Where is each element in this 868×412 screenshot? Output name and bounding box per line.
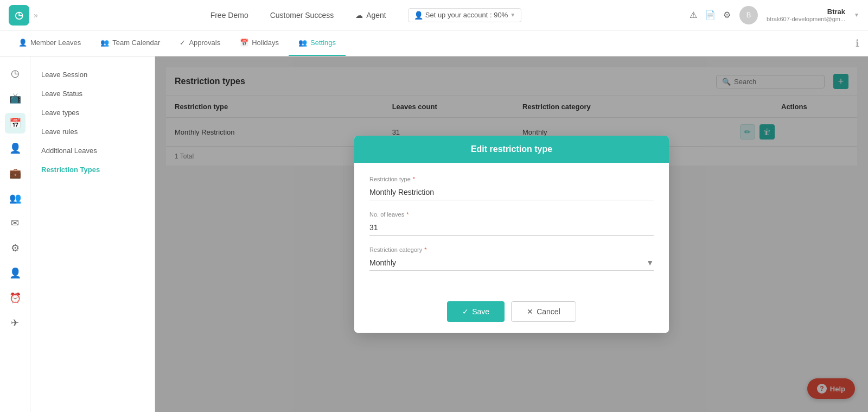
settings-nav-icon: 👥 bbox=[298, 39, 307, 47]
settings-icon[interactable]: ⚙ bbox=[723, 10, 731, 20]
sidebar-item-leave-types[interactable]: Leave types bbox=[30, 103, 155, 122]
restriction-category-select[interactable]: Monthly Weekly Daily bbox=[369, 258, 646, 267]
sidebar-icon-calendar[interactable]: 📅 bbox=[5, 113, 25, 134]
main-content: Restriction types 🔍 + Restriction type L… bbox=[155, 56, 868, 412]
sec-nav-settings[interactable]: 👥 Settings bbox=[289, 30, 346, 56]
member-leaves-icon: 👤 bbox=[18, 39, 27, 47]
sec-nav-team-calendar[interactable]: 👥 Team Calendar bbox=[91, 30, 170, 56]
checkmark-icon: ✓ bbox=[462, 307, 469, 316]
sec-nav-member-leaves[interactable]: 👤 Member Leaves bbox=[9, 30, 91, 56]
document-icon[interactable]: 📄 bbox=[705, 10, 716, 20]
user-info: Btrak btrak607-development@gm... bbox=[767, 8, 845, 22]
sidebar-item-leave-status[interactable]: Leave Status bbox=[30, 84, 155, 103]
required-star-2: * bbox=[406, 211, 409, 218]
top-nav: ◷ » Free Demo Customer Success ☁ Agent 👤… bbox=[0, 0, 868, 30]
select-arrow-icon: ▼ bbox=[646, 258, 654, 267]
restriction-type-label: Restriction type * bbox=[369, 176, 654, 182]
top-nav-customer-success[interactable]: Customer Success bbox=[270, 11, 334, 20]
setup-account-btn[interactable]: 👤 Set up your account : 90% ▼ bbox=[408, 8, 521, 22]
sidebar-icon-settings[interactable]: ⚙ bbox=[5, 238, 25, 258]
sidebar-icon-dashboard[interactable]: ◷ bbox=[5, 63, 25, 84]
modal-header: Edit restriction type bbox=[354, 136, 669, 163]
user-email: btrak607-development@gm... bbox=[767, 16, 845, 22]
required-star: * bbox=[413, 176, 415, 182]
close-icon: ✕ bbox=[527, 307, 533, 316]
top-nav-agent[interactable]: ☁ Agent bbox=[355, 11, 386, 20]
modal-overlay[interactable]: Edit restriction type Restriction type * bbox=[155, 56, 868, 412]
restriction-category-label: Restriction category * bbox=[369, 246, 654, 253]
sidebar-item-additional-leaves[interactable]: Additional Leaves bbox=[30, 141, 155, 160]
sidebar-icon-clock[interactable]: ⏰ bbox=[5, 288, 25, 308]
top-nav-right: ⚠ 📄 ⚙ B Btrak btrak607-development@gm...… bbox=[690, 6, 859, 24]
content-sidebar: Leave Session Leave Status Leave types L… bbox=[30, 56, 155, 412]
sidebar-icon-send[interactable]: ✈ bbox=[5, 313, 25, 333]
main-layout: ◷ 📺 📅 👤 💼 👥 ✉ ⚙ 👤 ⏰ ✈ Leave Session Leav… bbox=[0, 56, 868, 412]
form-group-no-of-leaves: No. of leaves * bbox=[369, 211, 654, 236]
approvals-icon: ✓ bbox=[180, 39, 186, 47]
sidebar-icon-group[interactable]: 👥 bbox=[5, 188, 25, 208]
app-logo[interactable]: ◷ bbox=[9, 5, 29, 26]
sidebar-icon-briefcase[interactable]: 💼 bbox=[5, 163, 25, 183]
no-of-leaves-input[interactable] bbox=[369, 220, 654, 236]
icon-sidebar: ◷ 📺 📅 👤 💼 👥 ✉ ⚙ 👤 ⏰ ✈ bbox=[0, 56, 30, 412]
save-button[interactable]: ✓ Save bbox=[447, 301, 505, 322]
sidebar-item-leave-session[interactable]: Leave Session bbox=[30, 65, 155, 84]
sidebar-item-leave-rules[interactable]: Leave rules bbox=[30, 122, 155, 141]
form-group-restriction-type: Restriction type * bbox=[369, 176, 654, 200]
no-of-leaves-label: No. of leaves * bbox=[369, 211, 654, 218]
top-nav-free-demo[interactable]: Free Demo bbox=[210, 11, 248, 20]
modal-footer: ✓ Save ✕ Cancel bbox=[354, 295, 669, 333]
top-nav-center: Free Demo Customer Success ☁ Agent 👤 Set… bbox=[42, 8, 690, 22]
sec-nav-approvals[interactable]: ✓ Approvals bbox=[170, 30, 230, 56]
modal-body: Restriction type * No. of leaves * bbox=[354, 163, 669, 295]
sidebar-icon-user[interactable]: 👤 bbox=[5, 138, 25, 159]
sec-nav: 👤 Member Leaves 👥 Team Calendar ✓ Approv… bbox=[0, 30, 868, 56]
cancel-button[interactable]: ✕ Cancel bbox=[511, 301, 576, 322]
user-dropdown-arrow[interactable]: ▼ bbox=[854, 12, 859, 18]
team-calendar-icon: 👥 bbox=[100, 39, 109, 47]
form-group-restriction-category: Restriction category * Monthly Weekly Da… bbox=[369, 246, 654, 271]
required-star-3: * bbox=[424, 246, 426, 253]
alert-icon[interactable]: ⚠ bbox=[690, 10, 697, 20]
modal-title: Edit restriction type bbox=[471, 144, 552, 154]
sec-nav-holidays[interactable]: 📅 Holidays bbox=[230, 30, 289, 56]
edit-modal: Edit restriction type Restriction type * bbox=[354, 136, 669, 333]
sidebar-icon-tv[interactable]: 📺 bbox=[5, 88, 25, 109]
sidebar-item-restriction-types[interactable]: Restriction Types bbox=[30, 160, 155, 179]
help-circle-icon[interactable]: ℹ bbox=[856, 37, 859, 49]
holidays-icon: 📅 bbox=[240, 39, 248, 47]
sidebar-icon-profile[interactable]: 👤 bbox=[5, 263, 25, 283]
restriction-category-select-container: Monthly Weekly Daily ▼ bbox=[369, 255, 654, 271]
avatar[interactable]: B bbox=[739, 6, 758, 24]
user-name: Btrak bbox=[827, 8, 845, 16]
nav-arrow-icon: » bbox=[34, 11, 38, 20]
restriction-type-input[interactable] bbox=[369, 185, 654, 200]
sidebar-icon-mail[interactable]: ✉ bbox=[5, 213, 25, 233]
top-nav-icons: ⚠ 📄 ⚙ bbox=[690, 10, 731, 20]
